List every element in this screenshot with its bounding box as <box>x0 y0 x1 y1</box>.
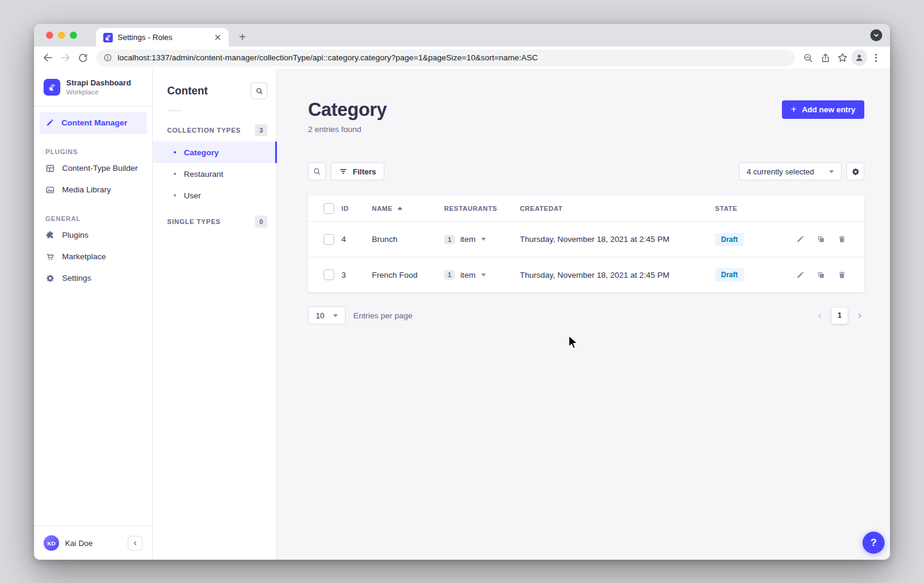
sidebar-item-label: Plugins <box>62 231 88 240</box>
fields-select[interactable]: 4 currently selected <box>739 162 842 180</box>
cell-id: 4 <box>341 235 372 244</box>
chevron-down-icon[interactable] <box>481 238 486 241</box>
pagination: 10 Entries per page 1 <box>308 306 864 324</box>
single-types-count-badge: 0 <box>255 216 267 228</box>
restaurants-count-badge: 1 <box>444 270 455 280</box>
reload-button[interactable] <box>74 49 91 66</box>
view-settings-button[interactable] <box>846 162 864 180</box>
browser-profile-button[interactable] <box>851 50 867 66</box>
tab-close-icon[interactable]: ✕ <box>214 33 221 42</box>
content-subnav: Content COLLECTION TYPES 3 Category Rest… <box>153 69 277 560</box>
url-bar[interactable]: localhost:1337/admin/content-manager/col… <box>96 50 794 66</box>
forward-button[interactable] <box>57 49 74 66</box>
tab-search-button[interactable] <box>870 29 882 41</box>
add-new-entry-button[interactable]: + Add new entry <box>782 100 864 119</box>
gear-icon <box>851 167 860 176</box>
cell-restaurants[interactable]: 1 item <box>444 270 520 280</box>
help-button[interactable]: ? <box>863 532 885 554</box>
chevron-down-icon[interactable] <box>481 274 486 277</box>
table-row[interactable]: 3 French Food 1 item Thursday, November … <box>308 257 864 292</box>
cart-icon <box>45 252 55 262</box>
page-title: Category <box>308 99 387 121</box>
delete-button[interactable] <box>837 270 846 280</box>
restaurants-unit-label: item <box>460 271 476 280</box>
page-size-select[interactable]: 10 <box>308 306 346 324</box>
duplicate-button[interactable] <box>816 270 826 280</box>
minimize-window-button[interactable] <box>58 32 65 39</box>
bullet-icon <box>174 151 176 154</box>
add-new-entry-label: Add new entry <box>802 105 855 114</box>
user-avatar[interactable]: KD <box>44 535 59 551</box>
column-header-id[interactable]: ID <box>341 205 372 212</box>
bookmark-star-icon <box>837 52 848 63</box>
new-tab-button[interactable]: + <box>235 29 250 45</box>
row-checkbox[interactable] <box>324 234 334 245</box>
zoom-window-button[interactable] <box>70 32 77 39</box>
sidebar-item-marketplace[interactable]: Marketplace <box>34 246 152 268</box>
search-icon <box>255 87 263 95</box>
table-search-button[interactable] <box>308 162 326 180</box>
sidebar-collapse-button[interactable] <box>128 536 143 551</box>
edit-button[interactable] <box>795 235 805 244</box>
cell-restaurants[interactable]: 1 item <box>444 235 520 244</box>
sidebar-item-label: Media Library <box>62 185 111 194</box>
entries-per-page-label: Entries per page <box>353 311 412 320</box>
prev-page-button[interactable] <box>815 311 824 320</box>
info-circle-icon[interactable] <box>103 53 112 62</box>
delete-button[interactable] <box>837 235 846 244</box>
sidebar-item-media-library[interactable]: Media Library <box>34 179 152 201</box>
filter-icon <box>339 167 347 176</box>
browser-menu-button[interactable] <box>867 49 885 66</box>
fields-select-value: 4 currently selected <box>747 167 814 176</box>
sidebar-item-content-type-builder[interactable]: Content-Type Builder <box>34 158 152 179</box>
kebab-menu-icon <box>875 54 877 62</box>
row-actions <box>787 235 864 244</box>
row-checkbox[interactable] <box>324 269 334 280</box>
state-badge: Draft <box>715 233 744 246</box>
column-header-createdat[interactable]: CREATEDAT <box>520 205 715 212</box>
share-button[interactable] <box>817 49 834 66</box>
forward-arrow-icon <box>60 52 71 63</box>
back-button[interactable] <box>39 49 57 66</box>
column-header-restaurants[interactable]: RESTAURANTS <box>444 205 520 212</box>
bookmark-button[interactable] <box>834 49 851 66</box>
column-header-state[interactable]: STATE <box>715 205 787 212</box>
select-all-checkbox[interactable] <box>324 203 334 214</box>
state-badge: Draft <box>715 268 744 281</box>
user-row: KD Kai Doe <box>34 526 152 560</box>
column-header-name[interactable]: NAME <box>372 205 444 212</box>
duplicate-button[interactable] <box>816 235 826 244</box>
chevron-left-icon <box>133 541 138 546</box>
reload-icon <box>78 53 88 63</box>
filters-button[interactable]: Filters <box>331 162 384 180</box>
sidebar-divider <box>34 106 152 106</box>
subnav-item-restaurant[interactable]: Restaurant <box>153 163 276 185</box>
url-text: localhost:1337/admin/content-manager/col… <box>118 53 538 62</box>
zoom-out-button[interactable] <box>799 49 817 66</box>
subnav-item-user[interactable]: User <box>153 185 276 206</box>
collection-types-count-badge: 3 <box>255 124 267 136</box>
sidebar-item-content-manager[interactable]: Content Manager <box>39 112 147 134</box>
restaurants-unit-label: item <box>460 235 476 244</box>
active-indicator <box>275 142 277 163</box>
next-page-button[interactable] <box>855 311 864 320</box>
table-header-row: ID NAME RESTAURANTS CREATEDAT STATE <box>308 195 864 222</box>
sidebar-item-settings[interactable]: Settings <box>34 268 152 289</box>
brand-title: Strapi Dashboard <box>66 78 131 88</box>
content-search-button[interactable] <box>251 82 267 99</box>
close-window-button[interactable] <box>46 32 53 39</box>
page-1-button[interactable]: 1 <box>831 308 848 324</box>
table-row[interactable]: 4 Brunch 1 item Thursday, November 18, 2… <box>308 222 864 257</box>
brand[interactable]: Strapi Dashboard Workplace <box>34 69 152 106</box>
browser-tab[interactable]: Settings - Roles ✕ <box>96 28 229 47</box>
collection-types-label: COLLECTION TYPES <box>167 127 241 134</box>
cell-name: Brunch <box>372 235 444 244</box>
plus-icon: + <box>791 105 796 114</box>
zoom-out-magnifier-icon <box>803 53 814 63</box>
edit-button[interactable] <box>795 270 805 280</box>
tab-strip: Settings - Roles ✕ + <box>34 24 890 47</box>
search-icon <box>313 167 321 176</box>
subnav-item-category[interactable]: Category <box>153 142 276 163</box>
duplicate-icon <box>817 235 826 244</box>
sidebar-item-plugins[interactable]: Plugins <box>34 225 152 246</box>
